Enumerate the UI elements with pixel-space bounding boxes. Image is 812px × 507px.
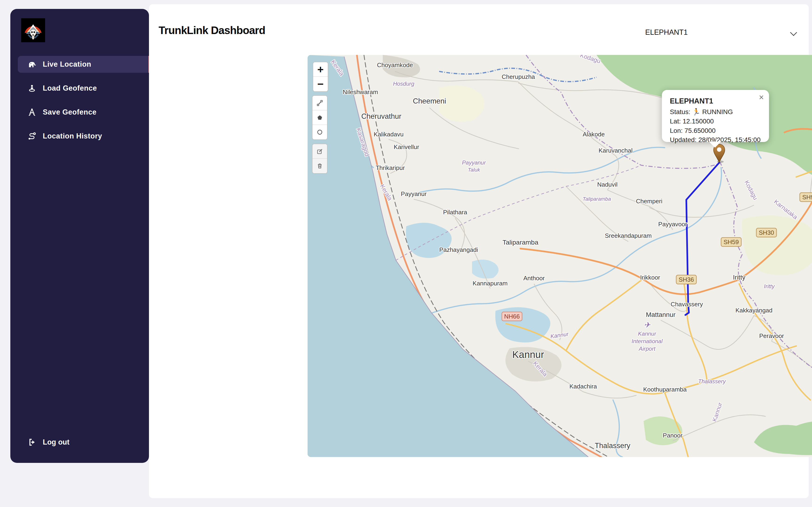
road-shield: SH91 [800,193,812,202]
map-label: Pilathara [443,209,467,216]
route-icon [27,131,37,141]
person-pin-icon [27,83,37,93]
road-shield: NH66 [502,312,522,321]
map-label: Pazhayangadi [439,246,478,253]
device-select-value: ELEPHANT1 [645,28,688,37]
map-label: Kakkayangad [735,307,772,314]
zoom-in-button[interactable]: + [313,62,328,77]
map-label: Irikkoor [640,274,660,281]
edit-layers-button[interactable] [312,144,327,159]
map-label: Payyavoor [658,221,687,228]
map-label: Karivellur [394,144,419,151]
marker-popup: × ELEPHANT1 Status: 🏃 RUNNING Lat: 12.15… [662,90,769,142]
sidebar-item-location-history[interactable]: Location History [18,128,152,145]
draw-circle-button[interactable] [312,125,327,139]
popup-tail [709,142,721,148]
map-label: Payyanur [401,190,427,198]
zoom-control: + − [313,62,328,92]
map-label: Karuvanchal [599,147,633,154]
map-label: Thalassery [698,378,726,385]
sidebar-item-save-geofence[interactable]: Save Geofence [18,104,152,121]
map-label: Anthoor [523,275,545,282]
mountain-skull-logo-icon [21,18,45,42]
device-select[interactable]: ELEPHANT1 [645,26,800,39]
svg-text:SH30: SH30 [759,229,774,236]
sidebar-item-label: Location History [43,132,102,140]
map-label: Taluk [468,167,480,173]
map-label: Choyamkode [377,61,413,68]
map-label: Chavassery [670,301,703,308]
svg-text:SH59: SH59 [723,238,739,245]
compass-icon [27,108,37,117]
map-label: ✈ [644,320,651,329]
map-label: Payyanur [462,159,486,166]
draw-polyline-button[interactable] [312,96,327,110]
popup-lat-line: Lat: 12.150000 [670,117,761,126]
logout-icon [27,438,37,447]
logout-button[interactable]: Log out [18,434,152,451]
zoom-out-button[interactable]: − [313,77,328,91]
logout-label: Log out [43,438,69,446]
svg-text:NH66: NH66 [504,313,520,320]
road-shield: SH59 [721,237,741,246]
popup-status-line: Status: 🏃 RUNNING [670,107,761,117]
map-label: Peravoor [759,332,784,339]
app-logo [21,18,45,42]
map-label: International [631,338,663,344]
leaflet-map[interactable]: SH89SH90SH91SH30SH59SH36NH66 ChoyamkodeC… [308,55,812,457]
page-title: TrunkLink Dashboard [159,24,265,37]
map-label: Iritty [764,283,775,289]
popup-close-button[interactable]: × [759,93,764,102]
map-label: Kadachira [569,383,597,390]
polygon-icon [316,114,323,121]
chevron-down-icon [790,29,797,36]
svg-text:SH91: SH91 [802,194,812,201]
road-shield: SH36 [676,275,696,284]
map-label: Kalikadavu [373,131,403,138]
map-label: Cherupuzha [502,73,535,80]
map-label: Chemperi [636,198,663,205]
map-label: Iritty [733,274,746,281]
edit-icon [316,148,323,155]
draw-control [312,95,327,140]
sidebar-item-label: Load Geofence [43,84,97,93]
map-label: Sreekandapuram [605,232,652,239]
road-shield: SH30 [756,228,776,237]
map-label: Panoor [663,432,682,439]
popup-lon-line: Lon: 75.650000 [670,126,761,135]
draw-polygon-button[interactable] [312,110,327,125]
map-label: Thrikaripur [376,164,405,171]
svg-text:SH36: SH36 [678,276,694,283]
map-label: Cheruvathur [361,112,402,120]
trash-icon [316,162,323,169]
delete-layers-button[interactable] [312,159,327,173]
sidebar-item-label: Save Geofence [43,108,97,116]
edit-control [312,144,327,174]
map-label: Thalassery [595,442,630,450]
map-label: Cheemeni [413,97,446,105]
sidebar-item-load-geofence[interactable]: Load Geofence [18,80,152,97]
map-label: Koothuparamba [643,386,687,393]
map-label: Mattannur [646,311,675,318]
map-label: Nileshwaram [343,89,378,96]
map-label: Alakode [583,131,605,138]
map-label: Taliparamba [503,239,539,246]
page: Live Location Load Geofence Save Geofenc… [0,0,812,507]
popup-title: ELEPHANT1 [670,97,761,105]
map-label: Kannur [638,331,656,337]
map-label: Taliparamba [583,196,611,202]
sidebar-item-label: Live Location [43,60,91,68]
sidebar: Live Location Load Geofence Save Geofenc… [10,9,149,463]
main-content-card: TrunkLink Dashboard ELEPHANT1 [149,4,809,498]
sidebar-item-live-location[interactable]: Live Location [18,56,152,73]
circle-icon [316,129,323,136]
elephant-icon [27,60,37,69]
map-label: Hosdurg [393,80,414,87]
map-label: Naduvil [597,181,618,188]
sidebar-nav: Live Location Load Geofence Save Geofenc… [10,56,149,152]
map-label: Kannapuram [473,280,508,287]
map-label: Airport [639,345,656,352]
polyline-icon [316,100,323,107]
map-label: Kannur [512,349,544,360]
